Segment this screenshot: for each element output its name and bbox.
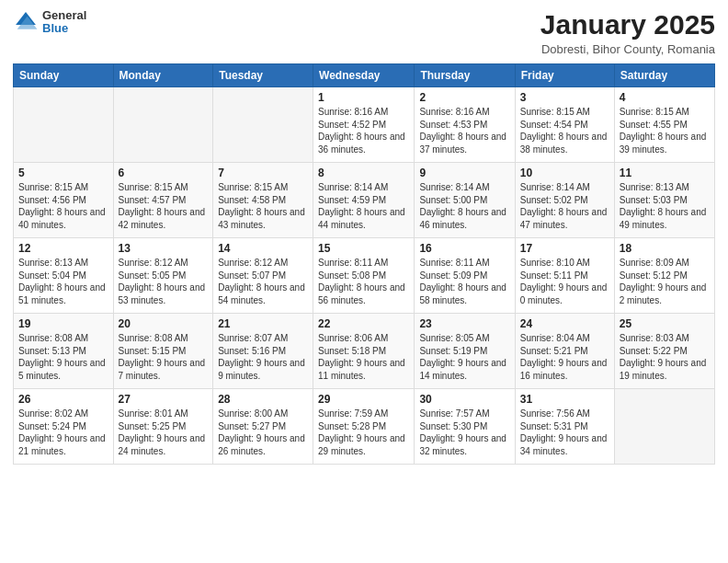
title-block: January 2025 Dobresti, Bihor County, Rom… (540, 9, 715, 56)
day-number: 28 (218, 393, 308, 406)
day-info: Sunrise: 8:01 AM Sunset: 5:25 PM Dayligh… (119, 408, 209, 457)
day-number: 11 (620, 167, 710, 179)
day-number: 12 (18, 242, 108, 255)
calendar-cell: 9Sunrise: 8:14 AM Sunset: 5:00 PM Daylig… (415, 163, 515, 238)
day-info: Sunrise: 7:56 AM Sunset: 5:31 PM Dayligh… (520, 408, 609, 457)
day-info: Sunrise: 8:02 AM Sunset: 5:24 PM Dayligh… (18, 408, 108, 457)
weekday-header-saturday: Saturday (614, 64, 714, 87)
day-number: 20 (119, 317, 209, 330)
day-info: Sunrise: 8:04 AM Sunset: 5:21 PM Dayligh… (520, 332, 609, 382)
calendar-cell: 18Sunrise: 8:09 AM Sunset: 5:12 PM Dayli… (614, 238, 714, 314)
day-number: 5 (18, 167, 108, 179)
weekday-header-sunday: Sunday (14, 64, 114, 87)
logo-icon (13, 9, 39, 35)
day-number: 23 (419, 317, 509, 330)
day-info: Sunrise: 8:06 AM Sunset: 5:18 PM Dayligh… (318, 332, 409, 382)
header: General Blue January 2025 Dobresti, Biho… (13, 9, 715, 56)
day-number: 18 (620, 242, 710, 255)
calendar-cell: 23Sunrise: 8:05 AM Sunset: 5:19 PM Dayli… (415, 314, 515, 389)
day-info: Sunrise: 8:11 AM Sunset: 5:08 PM Dayligh… (318, 257, 409, 306)
calendar-cell: 7Sunrise: 8:15 AM Sunset: 4:58 PM Daylig… (213, 163, 313, 238)
calendar-cell (14, 87, 114, 163)
calendar-cell (614, 389, 714, 465)
day-info: Sunrise: 8:15 AM Sunset: 4:55 PM Dayligh… (620, 106, 710, 155)
day-info: Sunrise: 8:16 AM Sunset: 4:52 PM Dayligh… (318, 106, 409, 155)
calendar-cell (213, 87, 313, 163)
day-info: Sunrise: 8:16 AM Sunset: 4:53 PM Dayligh… (419, 106, 509, 155)
day-number: 27 (119, 393, 209, 406)
calendar-table: SundayMondayTuesdayWednesdayThursdayFrid… (13, 63, 715, 465)
month-title: January 2025 (540, 9, 715, 40)
day-info: Sunrise: 8:09 AM Sunset: 5:12 PM Dayligh… (620, 257, 710, 306)
day-number: 30 (419, 393, 509, 406)
location-subtitle: Dobresti, Bihor County, Romania (540, 42, 715, 56)
weekday-header-wednesday: Wednesday (313, 64, 415, 87)
day-info: Sunrise: 8:08 AM Sunset: 5:15 PM Dayligh… (119, 332, 209, 382)
day-info: Sunrise: 8:11 AM Sunset: 5:09 PM Dayligh… (419, 257, 509, 306)
day-number: 25 (620, 317, 710, 330)
calendar-cell: 20Sunrise: 8:08 AM Sunset: 5:15 PM Dayli… (113, 314, 213, 389)
day-info: Sunrise: 8:14 AM Sunset: 5:00 PM Dayligh… (419, 181, 509, 231)
calendar-week-row: 5Sunrise: 8:15 AM Sunset: 4:56 PM Daylig… (14, 163, 715, 238)
logo: General Blue (13, 9, 86, 36)
day-info: Sunrise: 8:00 AM Sunset: 5:27 PM Dayligh… (218, 408, 308, 457)
day-number: 21 (218, 317, 308, 330)
logo-general-text: General (42, 9, 86, 22)
calendar-cell: 25Sunrise: 8:03 AM Sunset: 5:22 PM Dayli… (614, 314, 714, 389)
day-info: Sunrise: 8:15 AM Sunset: 4:58 PM Dayligh… (218, 181, 308, 231)
day-number: 26 (18, 393, 108, 406)
day-info: Sunrise: 8:07 AM Sunset: 5:16 PM Dayligh… (218, 332, 308, 382)
calendar-cell: 17Sunrise: 8:10 AM Sunset: 5:11 PM Dayli… (515, 238, 614, 314)
calendar-cell: 10Sunrise: 8:14 AM Sunset: 5:02 PM Dayli… (515, 163, 614, 238)
weekday-header-thursday: Thursday (415, 64, 515, 87)
calendar-week-row: 26Sunrise: 8:02 AM Sunset: 5:24 PM Dayli… (14, 389, 715, 465)
day-info: Sunrise: 8:13 AM Sunset: 5:03 PM Dayligh… (620, 181, 710, 231)
calendar-cell: 11Sunrise: 8:13 AM Sunset: 5:03 PM Dayli… (614, 163, 714, 238)
day-number: 2 (419, 91, 509, 104)
calendar-cell: 8Sunrise: 8:14 AM Sunset: 4:59 PM Daylig… (313, 163, 415, 238)
calendar-cell: 14Sunrise: 8:12 AM Sunset: 5:07 PM Dayli… (213, 238, 313, 314)
calendar-cell: 28Sunrise: 8:00 AM Sunset: 5:27 PM Dayli… (213, 389, 313, 465)
day-number: 22 (318, 317, 409, 330)
calendar-cell: 5Sunrise: 8:15 AM Sunset: 4:56 PM Daylig… (14, 163, 114, 238)
day-number: 8 (318, 167, 409, 179)
day-number: 31 (520, 393, 609, 406)
calendar-cell: 30Sunrise: 7:57 AM Sunset: 5:30 PM Dayli… (415, 389, 515, 465)
calendar-cell: 29Sunrise: 7:59 AM Sunset: 5:28 PM Dayli… (313, 389, 415, 465)
calendar-cell: 26Sunrise: 8:02 AM Sunset: 5:24 PM Dayli… (14, 389, 114, 465)
day-info: Sunrise: 8:14 AM Sunset: 5:02 PM Dayligh… (520, 181, 609, 231)
weekday-header-monday: Monday (113, 64, 213, 87)
day-number: 6 (119, 167, 209, 179)
page: General Blue January 2025 Dobresti, Biho… (0, 0, 728, 563)
calendar-cell: 21Sunrise: 8:07 AM Sunset: 5:16 PM Dayli… (213, 314, 313, 389)
calendar-cell: 19Sunrise: 8:08 AM Sunset: 5:13 PM Dayli… (14, 314, 114, 389)
day-number: 29 (318, 393, 409, 406)
calendar-cell: 27Sunrise: 8:01 AM Sunset: 5:25 PM Dayli… (113, 389, 213, 465)
logo-text: General Blue (42, 9, 86, 36)
day-info: Sunrise: 8:15 AM Sunset: 4:57 PM Dayligh… (119, 181, 209, 231)
day-info: Sunrise: 8:14 AM Sunset: 4:59 PM Dayligh… (318, 181, 409, 231)
calendar-cell: 16Sunrise: 8:11 AM Sunset: 5:09 PM Dayli… (415, 238, 515, 314)
day-info: Sunrise: 8:08 AM Sunset: 5:13 PM Dayligh… (18, 332, 108, 382)
day-number: 17 (520, 242, 609, 255)
day-number: 3 (520, 91, 609, 104)
day-number: 24 (520, 317, 609, 330)
day-info: Sunrise: 8:12 AM Sunset: 5:07 PM Dayligh… (218, 257, 308, 306)
calendar-cell: 13Sunrise: 8:12 AM Sunset: 5:05 PM Dayli… (113, 238, 213, 314)
day-number: 10 (520, 167, 609, 179)
calendar-cell: 3Sunrise: 8:15 AM Sunset: 4:54 PM Daylig… (515, 87, 614, 163)
calendar-cell: 22Sunrise: 8:06 AM Sunset: 5:18 PM Dayli… (313, 314, 415, 389)
day-number: 1 (318, 91, 409, 104)
day-info: Sunrise: 8:10 AM Sunset: 5:11 PM Dayligh… (520, 257, 609, 306)
calendar-week-row: 19Sunrise: 8:08 AM Sunset: 5:13 PM Dayli… (14, 314, 715, 389)
logo-blue-text: Blue (42, 22, 86, 35)
day-number: 15 (318, 242, 409, 255)
calendar-week-row: 12Sunrise: 8:13 AM Sunset: 5:04 PM Dayli… (14, 238, 715, 314)
calendar-cell (113, 87, 213, 163)
day-number: 14 (218, 242, 308, 255)
calendar-week-row: 1Sunrise: 8:16 AM Sunset: 4:52 PM Daylig… (14, 87, 715, 163)
weekday-header-friday: Friday (515, 64, 614, 87)
day-info: Sunrise: 8:05 AM Sunset: 5:19 PM Dayligh… (419, 332, 509, 382)
day-info: Sunrise: 8:15 AM Sunset: 4:56 PM Dayligh… (18, 181, 108, 231)
day-info: Sunrise: 8:03 AM Sunset: 5:22 PM Dayligh… (620, 332, 710, 382)
